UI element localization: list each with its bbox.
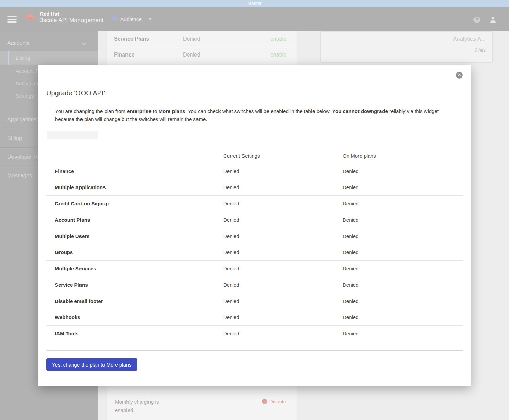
current-setting-value: Denied — [223, 331, 239, 336]
analytics-hits: 0 hits — [327, 47, 486, 53]
context-selector-audience[interactable]: Audience ▾ — [112, 16, 151, 22]
table-row: Multiple ApplicationsDeniedDenied — [46, 179, 463, 196]
table-row: WebhooksDeniedDenied — [46, 309, 463, 326]
current-setting-value: Denied — [223, 282, 239, 288]
table-row: IAM ToolsDeniedDenied — [46, 326, 463, 342]
analytics-background-card: Analytics A... 0 hits — [320, 31, 493, 63]
target-setting-value: Denied — [343, 282, 359, 288]
target-setting-value: Denied — [343, 201, 359, 206]
target-setting-value: Denied — [343, 249, 359, 255]
table-row: Disable email footerDeniedDenied — [46, 293, 463, 309]
feature-name: Disable email footer — [55, 298, 103, 304]
brand[interactable]: Red Hat 3scale API Management — [24, 11, 103, 24]
feature-name: IAM Tools — [55, 331, 79, 336]
loading-placeholder — [47, 131, 98, 139]
table-row: GroupsDeniedDenied — [46, 244, 463, 261]
table-row: Multiple UsersDeniedDenied — [46, 228, 463, 244]
switch-comparison-table: Current Settings On More plans FinanceDe… — [46, 148, 463, 351]
feature-name: Groups — [55, 249, 73, 255]
settings-label: Settings — [16, 93, 34, 99]
current-setting-value: Denied — [223, 168, 239, 174]
accounts-label: Accounts — [7, 40, 30, 46]
current-setting-value: Denied — [223, 298, 239, 304]
current-setting-value: Denied — [223, 249, 239, 255]
table-row: Finance Denied enable — [107, 47, 297, 63]
modal-description: You are changing the plan from enterpris… — [55, 107, 442, 124]
switch-name: Finance — [114, 52, 134, 58]
sidebar-item-listing[interactable]: Listing — [0, 51, 98, 65]
target-setting-value: Denied — [343, 298, 359, 304]
hamburger-menu-icon[interactable] — [7, 16, 17, 23]
top-header: Red Hat 3scale API Management Audience ▾… — [0, 7, 509, 31]
upgrade-plan-modal: × Upgrade 'OOO API' You are changing the… — [38, 65, 471, 386]
context-selector-label: Audience — [120, 16, 142, 22]
brand-name: Red Hat — [40, 11, 103, 17]
analytics-title: Analytics A... — [327, 35, 486, 43]
feature-name: Service Plans — [55, 282, 88, 288]
feature-name: Multiple Services — [55, 266, 96, 271]
target-setting-value: Denied — [343, 217, 359, 223]
chevron-down-icon: ▾ — [149, 17, 151, 21]
sidebar-item-accounts[interactable]: Accounts — [0, 36, 98, 51]
current-setting-value: Denied — [223, 266, 239, 271]
redhat-logo-icon — [24, 12, 40, 22]
product-name: 3scale API Management — [40, 17, 103, 24]
table-row: Service PlansDeniedDenied — [46, 277, 463, 293]
table-header-row: Current Settings On More plans — [46, 148, 463, 163]
switch-name: Service Plans — [114, 36, 149, 42]
master-environment-bar[interactable]: Master — [0, 0, 509, 7]
audience-target-icon — [112, 16, 120, 22]
modal-title: Upgrade 'OOO API' — [46, 89, 105, 97]
user-account-icon[interactable] — [490, 16, 496, 24]
table-row: Service Plans Denied enable — [107, 31, 297, 47]
target-setting-value: Denied — [343, 233, 359, 239]
feature-name: Account Plans — [55, 217, 90, 223]
target-setting-value: Denied — [343, 266, 359, 271]
current-setting-value: Denied — [223, 201, 239, 206]
description-segment: More plans — [159, 108, 185, 114]
billing-status-section: Monthly charging is enabled. Disable — [107, 390, 297, 420]
switch-status: Denied — [183, 36, 200, 42]
current-setting-value: Denied — [223, 314, 239, 320]
monthly-charging-text: Monthly charging is enabled. — [115, 398, 169, 414]
column-current-settings: Current Settings — [223, 153, 260, 159]
table-row: Credit Card on SignupDeniedDenied — [46, 196, 463, 212]
active-accent — [8, 51, 9, 65]
current-setting-value: Denied — [223, 217, 239, 223]
table-row: Account PlansDeniedDenied — [46, 212, 463, 228]
help-icon[interactable]: ? — [473, 17, 480, 23]
enable-link[interactable]: enable — [270, 36, 286, 42]
description-segment: You are changing the plan from — [55, 108, 127, 114]
chevron-down-icon — [82, 41, 86, 45]
feature-name: Webhooks — [55, 314, 80, 320]
confirm-plan-change-button[interactable]: Yes, change the plan to More plans — [46, 358, 137, 371]
target-setting-value: Denied — [343, 331, 359, 336]
listing-label: Listing — [16, 55, 30, 61]
target-setting-value: Denied — [343, 184, 359, 190]
column-on-more-plans: On More plans — [343, 153, 376, 159]
description-segment: You cannot downgrade — [332, 108, 388, 114]
disable-charging-link[interactable]: Disable — [262, 399, 286, 404]
close-icon[interactable]: × — [456, 72, 463, 79]
feature-name: Finance — [55, 168, 74, 174]
description-segment: to — [152, 108, 159, 114]
table-row: FinanceDeniedDenied — [46, 163, 463, 179]
description-segment: enterprise — [127, 108, 152, 114]
table-row: Multiple ServicesDeniedDenied — [46, 261, 463, 277]
target-setting-value: Denied — [343, 168, 359, 174]
description-segment: . You can check what switches will be en… — [185, 108, 332, 114]
pause-icon — [262, 399, 267, 404]
target-setting-value: Denied — [343, 314, 359, 320]
current-setting-value: Denied — [223, 233, 239, 239]
feature-name: Credit Card on Signup — [55, 201, 109, 206]
enable-link[interactable]: enable — [270, 52, 286, 58]
feature-name: Multiple Users — [55, 233, 90, 239]
feature-name: Multiple Applications — [55, 184, 106, 190]
current-setting-value: Denied — [223, 184, 239, 190]
switch-status: Denied — [183, 52, 200, 58]
